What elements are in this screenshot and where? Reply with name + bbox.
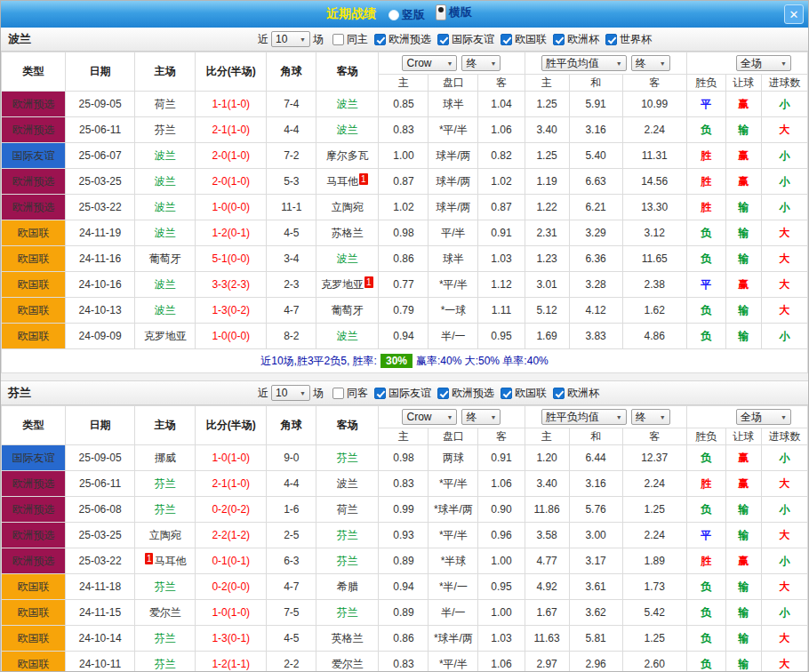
team-link[interactable]: 波兰 (337, 98, 358, 110)
team-link[interactable]: 葡萄牙 (149, 252, 181, 265)
home-team-cell: 芬兰 (135, 497, 196, 523)
team-link[interactable]: 爱尔兰 (332, 658, 364, 670)
match-row: 欧洲预选25-03-25立陶宛2-2(1-2)2-5芬兰0.93*平/半0.96… (2, 523, 808, 548)
team-link[interactable]: 苏格兰 (332, 227, 364, 239)
team-link[interactable]: 荷兰 (337, 503, 358, 516)
avg-home-odds: 1.69 (525, 324, 569, 349)
titlebar: 近期战绩 竖版横版 ✕ (1, 1, 808, 28)
filter-checkbox-欧洲预选[interactable]: 欧洲预选 (437, 386, 494, 401)
team-link[interactable]: 波兰 (155, 201, 176, 213)
avg-type-select[interactable]: 胜平负均值▼ (541, 409, 627, 425)
filter-checkbox-同主[interactable]: 同主 (332, 32, 368, 47)
avg-away-odds: 1.25 (622, 626, 686, 652)
team-link[interactable]: 立陶宛 (149, 529, 181, 541)
filter-checkbox-同客[interactable]: 同客 (332, 386, 368, 401)
away-team-cell: 波兰 (316, 324, 379, 349)
odds-stage-select[interactable]: 终▼ (461, 55, 501, 71)
team-link[interactable]: 立陶宛 (332, 201, 364, 213)
team-link[interactable]: 克罗地亚 (321, 278, 364, 291)
filter-checkbox-国际友谊[interactable]: 国际友谊 (437, 32, 494, 47)
away-team-cell: 荷兰 (316, 497, 379, 523)
team-link[interactable]: 波兰 (337, 477, 358, 490)
checkbox-icon (437, 388, 449, 399)
radio-label: 竖版 (402, 7, 425, 23)
team-link[interactable]: 马耳他 (154, 555, 186, 567)
team-link[interactable]: 芬兰 (155, 124, 176, 136)
team-link[interactable]: 芬兰 (337, 606, 358, 619)
team-link[interactable]: 芬兰 (337, 452, 358, 464)
corner-score: 7-5 (267, 600, 316, 626)
chevron-down-icon: ▼ (616, 414, 622, 420)
close-button[interactable]: ✕ (784, 4, 804, 24)
corner-score: 4-4 (267, 117, 316, 143)
filter-checkbox-欧国联[interactable]: 欧国联 (501, 32, 547, 47)
team-link[interactable]: 波兰 (155, 278, 176, 291)
match-type-badge: 欧国联 (2, 298, 66, 324)
handicap-line: 平/半 (429, 220, 478, 246)
team-link[interactable]: 波兰 (337, 252, 358, 265)
handicap-home-odds: 0.98 (379, 445, 429, 471)
result-handicap: 赢 (725, 272, 761, 298)
team-link[interactable]: 芬兰 (155, 632, 176, 644)
avg-draw-odds: 5.81 (569, 626, 622, 652)
team-link[interactable]: 芬兰 (337, 555, 358, 567)
filter-checkbox-欧国联[interactable]: 欧国联 (501, 386, 547, 401)
result-outcome: 胜 (686, 169, 725, 195)
odds-stage-select[interactable]: 终▼ (461, 409, 501, 425)
team-link[interactable]: 波兰 (155, 227, 176, 239)
team-link[interactable]: 英格兰 (332, 632, 364, 644)
avg-draw-odds: 3.16 (569, 471, 622, 497)
sub-col-header: 胜负 (686, 428, 725, 445)
avg-stage-select[interactable]: 终▼ (631, 55, 670, 71)
filter-checkbox-世界杯[interactable]: 世界杯 (605, 32, 652, 47)
layout-radio-0[interactable]: 竖版 (388, 7, 425, 23)
team-link[interactable]: 摩尔多瓦 (326, 149, 369, 162)
result-goals: 大 (761, 574, 807, 600)
result-handicap: 输 (725, 574, 761, 600)
team-link[interactable]: 芬兰 (337, 529, 358, 541)
team-link[interactable]: 波兰 (155, 175, 176, 188)
handicap-away-odds: 0.95 (478, 324, 525, 349)
handicap-line: 半/一 (429, 324, 478, 349)
team-link[interactable]: 爱尔兰 (149, 606, 181, 619)
result-outcome: 负 (686, 497, 725, 523)
period-select[interactable]: 全场▼ (736, 55, 791, 71)
avg-stage-select[interactable]: 终▼ (631, 409, 670, 425)
team-link[interactable]: 波兰 (155, 304, 176, 316)
avg-home-odds: 3.40 (525, 117, 569, 143)
team-link[interactable]: 波兰 (337, 124, 358, 136)
team-link[interactable]: 希腊 (337, 580, 358, 593)
avg-type-select[interactable]: 胜平负均值▼ (541, 55, 627, 71)
filter-checkbox-欧洲杯[interactable]: 欧洲杯 (553, 32, 599, 47)
filter-checkbox-欧洲杯[interactable]: 欧洲杯 (553, 386, 599, 401)
bookmaker-select[interactable]: Crow▼ (402, 409, 457, 425)
handicap-home-odds: 0.86 (379, 246, 429, 272)
filter-checkbox-欧洲预选[interactable]: 欧洲预选 (374, 32, 431, 47)
team-link[interactable]: 挪威 (155, 452, 176, 464)
filter-bar: 近10▼场同客国际友谊欧洲预选欧国联欧洲杯 (255, 385, 599, 401)
radio-icon (388, 10, 399, 20)
avg-away-odds: 10.99 (622, 92, 686, 117)
corner-score: 7-4 (267, 92, 316, 117)
team-link[interactable]: 芬兰 (155, 658, 176, 670)
match-count-select[interactable]: 10▼ (271, 385, 310, 401)
period-select[interactable]: 全场▼ (736, 409, 791, 425)
team-link[interactable]: 马耳他 (326, 175, 358, 188)
team-link[interactable]: 芬兰 (155, 477, 176, 490)
layout-radio-1[interactable]: 横版 (436, 4, 472, 20)
team-link[interactable]: 波兰 (337, 330, 358, 342)
team-link[interactable]: 波兰 (155, 149, 176, 162)
team-link[interactable]: 芬兰 (155, 580, 176, 593)
checkbox-label: 国际友谊 (388, 386, 431, 401)
bookmaker-select[interactable]: Crow▼ (402, 55, 457, 71)
team-link[interactable]: 克罗地亚 (144, 330, 187, 342)
sub-col-header: 让球 (725, 428, 761, 445)
result-goals: 小 (761, 600, 807, 626)
team-link[interactable]: 荷兰 (155, 98, 176, 110)
team-link[interactable]: 芬兰 (155, 503, 176, 516)
team-link[interactable]: 葡萄牙 (332, 304, 364, 316)
filter-checkbox-国际友谊[interactable]: 国际友谊 (374, 386, 431, 401)
match-count-select[interactable]: 10▼ (271, 31, 310, 47)
match-type-badge: 欧国联 (2, 626, 66, 652)
sub-col-header: 主 (525, 75, 569, 92)
